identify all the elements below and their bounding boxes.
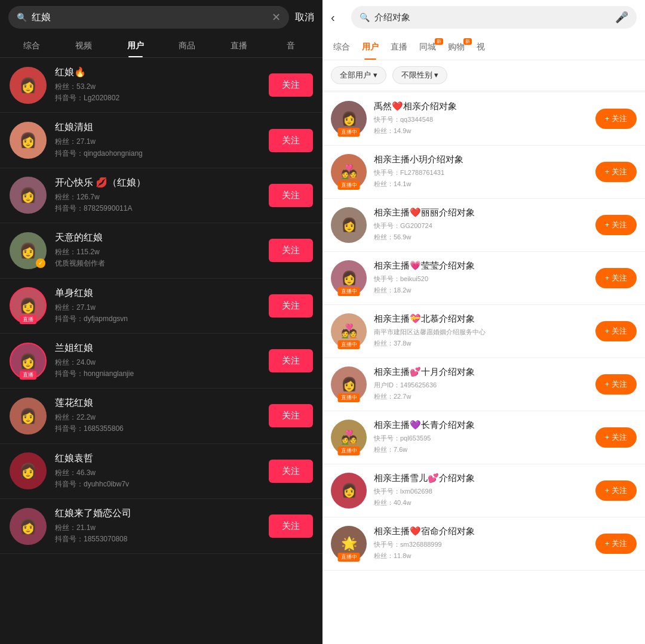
right-tab-同城[interactable]: 同城 新 xyxy=(413,35,442,60)
list-item: 👩 红娘清姐 粉丝：27.1w 抖音号：qingdaohongniang 关注 xyxy=(0,113,322,168)
user-id: 抖音号：1685355806 xyxy=(55,423,260,435)
avatar-image: 👩 xyxy=(10,67,47,104)
follow-button[interactable]: + 关注 xyxy=(595,374,637,395)
avatar: 👩 xyxy=(10,508,47,545)
user-kuai-id: 快手号：sm326888999 xyxy=(374,539,588,550)
user-id: 抖音号：Lg2020802 xyxy=(55,93,260,104)
avatar: 👩 直播中 xyxy=(331,101,367,137)
avatar: 👩 xyxy=(10,177,47,214)
user-id: 优质视频创作者 xyxy=(55,258,260,269)
right-panel: ‹ 🔍 🎤 综合 用户 直播 同城 新 购物 新 视 全部用户 ▾ 不限性别 ▾… xyxy=(322,0,645,644)
follow-button[interactable]: + 关注 xyxy=(595,427,637,448)
follow-button[interactable]: + 关注 xyxy=(595,480,637,501)
follow-button[interactable]: + 关注 xyxy=(595,109,637,129)
avatar-image: 👩 xyxy=(10,452,47,489)
user-fans: 粉丝：22.7w xyxy=(374,391,588,402)
follow-button[interactable]: 关注 xyxy=(269,404,313,427)
user-fans: 粉丝：24.0w xyxy=(55,357,260,368)
right-search-input-wrap: 🔍 🎤 xyxy=(351,6,637,29)
user-name: 相亲主播💜长青介绍对象 xyxy=(374,420,588,431)
user-name: 相亲主播💗莹莹介绍对象 xyxy=(374,260,588,272)
user-fans: 粉丝：21.1w xyxy=(55,522,260,534)
user-info: 莲花红娘 粉丝：22.2w 抖音号：1685355806 xyxy=(55,397,260,435)
user-kuai-id: 快手号：qq3344548 xyxy=(374,114,588,125)
user-fans: 粉丝：27.1w xyxy=(55,302,260,313)
follow-button[interactable]: + 关注 xyxy=(595,162,637,182)
user-fans: 粉丝：40.4w xyxy=(374,497,588,509)
avatar: 👩 直播中 xyxy=(331,260,367,296)
right-search-input[interactable] xyxy=(374,13,610,23)
avatar-image: 👩 xyxy=(10,177,47,214)
right-tab-综合[interactable]: 综合 xyxy=(327,35,356,60)
cancel-button[interactable]: 取消 xyxy=(295,11,314,24)
user-name: 相亲主播💕十月介绍对象 xyxy=(374,366,588,378)
tab-音[interactable]: 音 xyxy=(265,35,317,57)
user-kuai-id: 快手号：beikui520 xyxy=(374,273,588,285)
back-button[interactable]: ‹ xyxy=(331,11,345,24)
avatar: 👩 直播 xyxy=(10,343,47,380)
tab-直播[interactable]: 直播 xyxy=(213,35,265,57)
user-name: 相亲主播❤️丽丽介绍对象 xyxy=(374,207,588,218)
tab-用户[interactable]: 用户 xyxy=(109,35,161,57)
follow-button[interactable]: + 关注 xyxy=(595,534,637,554)
live-badge: 直播中 xyxy=(338,287,360,296)
right-search-bar: ‹ 🔍 🎤 xyxy=(322,0,645,35)
tab-综合[interactable]: 综合 xyxy=(6,35,58,57)
avatar: 🌟 直播中 xyxy=(331,526,367,562)
user-info: 开心快乐 💋（红娘） 粉丝：126.7w 抖音号：87825990011A xyxy=(55,177,260,214)
tab-商品[interactable]: 商品 xyxy=(161,35,213,57)
right-tab-用户[interactable]: 用户 xyxy=(356,35,385,60)
follow-button[interactable]: + 关注 xyxy=(595,268,637,288)
right-user-list: 👩 直播中 禹然❤️相亲介绍对象 快手号：qq3344548 粉丝：14.9w … xyxy=(322,93,645,644)
user-kuai-id: 用户ID：1495625636 xyxy=(374,380,588,391)
avatar-image: 👩 xyxy=(10,398,47,435)
follow-button[interactable]: 关注 xyxy=(269,460,313,483)
user-info: 相亲主播💝北慕介绍对象 南平市建阳区达馨愿婚姻介绍服务中心 粉丝：37.8w xyxy=(374,313,588,349)
follow-button[interactable]: 关注 xyxy=(269,239,313,262)
right-tab-视[interactable]: 视 xyxy=(471,35,491,60)
left-user-list: 👩 红娘🔥 粉丝：53.2w 抖音号：Lg2020802 关注 👩 红娘清姐 粉… xyxy=(0,58,322,644)
list-item: 👩 直播中 禹然❤️相亲介绍对象 快手号：qq3344548 粉丝：14.9w … xyxy=(322,93,645,146)
left-panel: 🔍 ✕ 取消 综合 视频 用户 商品 直播 音 👩 红娘🔥 粉丝：53.2w 抖… xyxy=(0,0,322,644)
avatar: 👩 xyxy=(10,67,47,104)
user-fans: 粉丝：53.2w xyxy=(55,81,260,93)
right-tab-直播[interactable]: 直播 xyxy=(385,35,413,60)
follow-button[interactable]: 关注 xyxy=(269,294,313,318)
user-kuai-id: 快手号：pql653595 xyxy=(374,433,588,444)
user-info: 相亲主播雪儿💕介绍对象 快手号：lxm062698 粉丝：40.4w xyxy=(374,473,588,508)
search-icon: 🔍 xyxy=(17,13,27,22)
left-tabs: 综合 视频 用户 商品 直播 音 xyxy=(0,35,322,58)
list-item: 💑 直播中 相亲主播小玥介绍对象 快手号：FL2788761431 粉丝：14.… xyxy=(322,146,645,199)
tab-视频[interactable]: 视频 xyxy=(58,35,110,57)
follow-button[interactable]: 关注 xyxy=(269,184,313,207)
user-fans: 粉丝：46.3w xyxy=(55,467,260,479)
user-fans: 粉丝：126.7w xyxy=(55,192,260,203)
follow-button[interactable]: 关注 xyxy=(269,129,313,152)
list-item: 👩 红娘袁哲 粉丝：46.3w 抖音号：dyuhhc0ibw7v 关注 xyxy=(0,444,322,499)
avatar: 👩 ✓ xyxy=(10,232,47,269)
user-id: 抖音号：87825990011A xyxy=(55,203,260,214)
avatar: 👩 xyxy=(10,452,47,489)
filter-all-users[interactable]: 全部用户 ▾ xyxy=(331,66,386,84)
follow-button[interactable]: + 关注 xyxy=(595,215,637,235)
clear-icon[interactable]: ✕ xyxy=(272,11,281,24)
left-search-input[interactable] xyxy=(32,12,267,23)
user-info: 红娘来了婚恋公司 粉丝：21.1w 抖音号：18553070808 xyxy=(55,507,260,545)
user-id: 抖音号：dyfjapmdgsvn xyxy=(55,313,260,325)
user-info: 相亲主播💕十月介绍对象 用户ID：1495625636 粉丝：22.7w xyxy=(374,366,588,402)
follow-button[interactable]: 关注 xyxy=(269,514,313,538)
avatar: 👩 直播 xyxy=(10,287,47,324)
right-tab-购物[interactable]: 购物 新 xyxy=(442,35,471,60)
follow-button[interactable]: 关注 xyxy=(269,349,313,372)
follow-button[interactable]: + 关注 xyxy=(595,321,637,341)
left-search-input-wrap: 🔍 ✕ xyxy=(8,6,289,29)
mic-icon[interactable]: 🎤 xyxy=(615,11,628,24)
follow-button[interactable]: 关注 xyxy=(269,73,313,97)
live-badge: 直播中 xyxy=(338,181,360,190)
user-name: 禹然❤️相亲介绍对象 xyxy=(374,101,588,112)
avatar: 💑 直播中 xyxy=(331,313,367,349)
avatar: 💑 直播中 xyxy=(331,154,367,190)
filter-gender[interactable]: 不限性别 ▾ xyxy=(392,66,448,84)
list-item: 👩 莲花红娘 粉丝：22.2w 抖音号：1685355806 关注 xyxy=(0,389,322,443)
avatar: 👩 xyxy=(331,207,367,243)
